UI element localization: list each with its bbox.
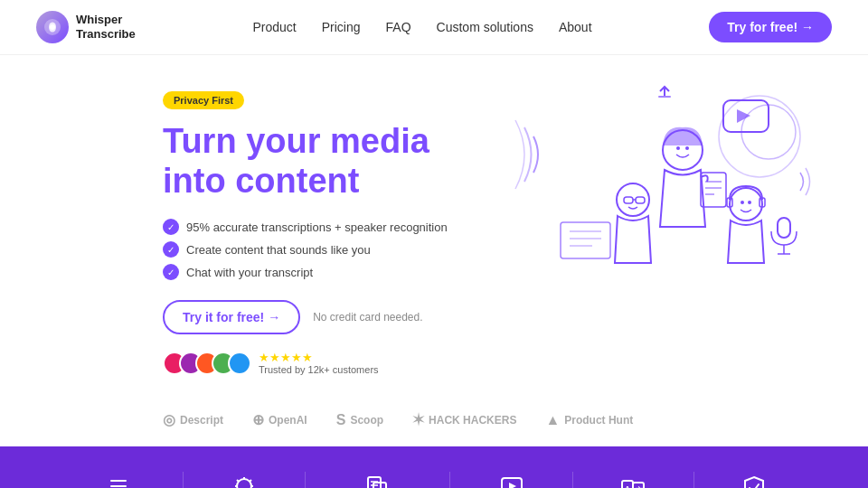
nav-links: Product Pricing FAQ Custom solutions Abo… [253,20,592,34]
hero-content: Privacy First Turn your media into conte… [163,91,470,375]
feature-insights[interactable]: Get Insights [184,472,306,488]
svg-text:A: A [625,484,630,488]
logo-descript: ◎Descript [163,411,223,428]
hero-cta-button[interactable]: Try it for free! → [163,300,300,334]
svg-point-22 [748,201,751,204]
svg-rect-6 [658,96,671,98]
nav-faq[interactable]: FAQ [386,20,411,34]
hero-illustration [506,82,814,290]
svg-point-21 [741,201,744,204]
svg-line-39 [250,480,251,482]
logo-openai: ⊕OpenAI [252,411,307,428]
feature-translate[interactable]: A 文 Translate [573,472,694,488]
logo-producthunt: ▲Product Hunt [545,412,633,428]
svg-rect-26 [561,222,610,258]
logos-bar: ◎Descript ⊕OpenAI SScoop ✶HACK HACKERS ▲… [0,402,868,446]
privacy-badge: Privacy First [163,91,244,109]
navbar: Whisper Transcribe Product Pricing FAQ C… [0,0,868,55]
svg-point-9 [685,146,689,150]
trusted-text: Trusted by 12k+ customers [259,364,379,375]
feature-item-2: ✓ Create content that sounds like you [163,241,470,258]
hero-features-list: ✓ 95% accurate transcriptions + speaker … [163,219,470,280]
feature-item-3: ✓ Chat with your transcript [163,264,470,280]
feature-content[interactable]: Generate Content [306,472,451,488]
svg-point-18 [730,188,762,221]
feature-privacy[interactable]: Privacy Fist [694,472,814,488]
check-icon-1: ✓ [163,219,179,235]
nav-cta-button[interactable]: Try for free! → [709,12,832,42]
avatar-5 [228,352,251,375]
logo-hackers: ✶HACK HACKERS [412,411,516,428]
svg-rect-10 [701,173,726,207]
svg-rect-15 [624,197,633,203]
svg-point-35 [237,479,251,488]
logo[interactable]: Whisper Transcribe [36,11,136,43]
logo-icon [36,11,69,43]
svg-point-2 [719,96,800,177]
translate-icon: A 文 [618,472,647,488]
feature-text-3: Chat with your transcript [186,266,313,279]
nav-pricing[interactable]: Pricing [322,20,361,34]
content-icon [363,472,392,488]
feature-text-2: Create content that sounds like you [186,243,371,257]
avatar-stack [163,352,251,375]
nav-product[interactable]: Product [253,20,297,34]
nav-custom[interactable]: Custom solutions [437,20,533,34]
insights-icon [230,472,259,488]
brand-name: Whisper Transcribe [76,13,136,41]
illustration-svg [506,82,814,290]
feature-item-1: ✓ 95% accurate transcriptions + speaker … [163,219,470,235]
svg-rect-16 [636,197,645,203]
svg-rect-23 [778,218,790,238]
transcribe-icon: A [104,472,133,488]
svg-marker-49 [509,483,516,488]
hero-title: Turn your media into content [163,122,470,201]
stars-rating: ★★★★★ Trusted by 12k+ customers [259,351,379,375]
hero-section: Privacy First Turn your media into conte… [0,55,868,402]
feature-clips[interactable]: Create Clips [450,472,572,488]
check-icon-3: ✓ [163,264,179,280]
svg-point-1 [50,24,55,30]
feature-transcribe[interactable]: A Transcribe [54,472,184,488]
svg-line-40 [237,480,239,482]
logo-scoop: SScoop [336,412,383,428]
feature-text-1: 95% accurate transcriptions + speaker re… [186,221,448,234]
hero-cta-row: Try it for free! → No credit card needed… [163,300,470,334]
nav-about[interactable]: About [559,20,592,34]
social-proof: ★★★★★ Trusted by 12k+ customers [163,351,470,375]
privacy-icon [740,472,769,488]
clips-icon [497,472,526,488]
svg-point-8 [676,146,680,150]
features-strip: A Transcribe Get Insights [0,446,868,488]
no-card-text: No credit card needed. [313,311,422,324]
check-icon-2: ✓ [163,241,179,258]
